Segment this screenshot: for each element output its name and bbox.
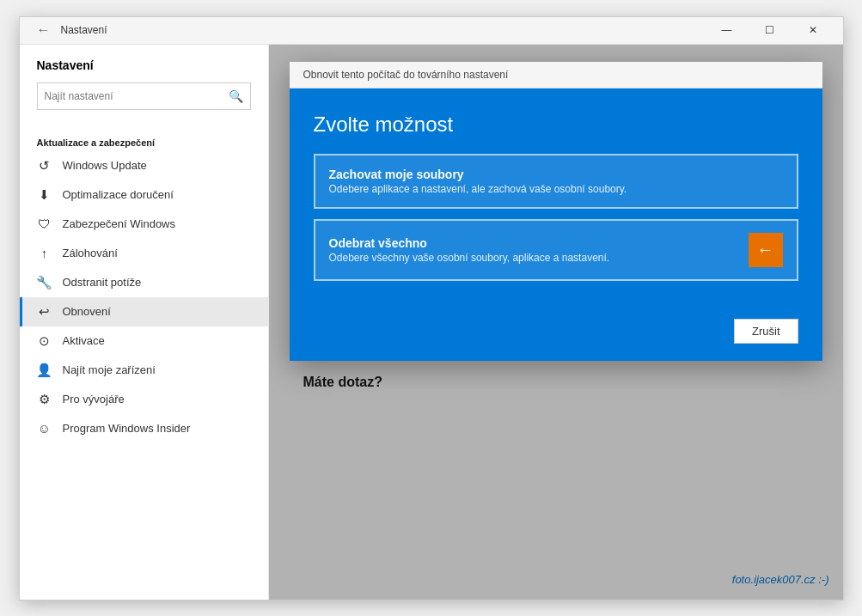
sidebar-item-odstranit[interactable]: 🔧 Odstranit potíže [20,268,268,297]
sidebar: Nastavení 🔍 Aktualizace a zabezpečení ↺ … [20,45,269,600]
sidebar-item-label: Odstranit potíže [63,276,142,289]
dialog-body: Zvolte možnost Zachovat moje soubory Ode… [290,88,822,312]
najit-icon: 👤 [37,363,52,378]
sidebar-item-najit[interactable]: 👤 Najít moje zařízení [20,356,268,385]
settings-window: ← Nastavení — ☐ ✕ Nastavení 🔍 Aktualizac… [19,16,844,601]
sidebar-item-label: Pro vývojáře [63,393,125,406]
keep-files-title: Zachovat moje soubory [329,168,783,181]
window-controls: — ☐ ✕ [707,16,833,44]
option-btn-row: Odebrat všechno Odebere všechny vaše oso… [329,233,783,267]
sidebar-item-label: Optimalizace doručení [63,188,174,201]
keep-files-button[interactable]: Zachovat moje soubory Odebere aplikace a… [314,154,798,209]
dialog-footer: Zrušit [290,312,822,361]
sidebar-item-label: Windows Update [63,159,147,172]
insider-icon: ☺ [37,421,52,436]
orange-arrow-indicator: ← [749,233,783,267]
sidebar-item-label: Obnovení [63,305,111,318]
sidebar-item-pro-vyvojare[interactable]: ⚙ Pro vývojáře [20,385,268,414]
remove-everything-button[interactable]: Odebrat všechno Odebere všechny vaše oso… [314,219,798,281]
titlebar: ← Nastavení — ☐ ✕ [20,17,843,45]
arrow-left-icon: ← [757,240,774,259]
sidebar-item-zalohovani[interactable]: ↑ Zálohování [20,239,268,268]
search-input[interactable] [45,90,229,102]
sidebar-item-insider[interactable]: ☺ Program Windows Insider [20,414,268,443]
close-button[interactable]: ✕ [793,16,833,44]
sidebar-item-optimalizace[interactable]: ⬇ Optimalizace doručení [20,180,268,210]
sidebar-item-label: Najít moje zařízení [63,363,156,376]
remove-everything-text: Odebrat všechno Odebere všechny vaše oso… [329,236,738,264]
sidebar-item-label: Zálohování [63,247,118,259]
sidebar-item-obnoveni[interactable]: ↩ Obnovení [20,297,268,326]
sidebar-item-label: Program Windows Insider [63,422,191,435]
odstranit-icon: 🔧 [37,275,52,290]
minimize-button[interactable]: — [707,16,747,44]
sidebar-app-title: Nastavení [37,58,251,72]
obnoveni-icon: ↩ [37,304,52,320]
sidebar-section-label: Aktualizace a zabezpečení [20,131,268,151]
sidebar-item-label: Aktivace [63,334,105,347]
sidebar-item-zabezpeceni[interactable]: 🛡 Zabezpečení Windows [20,210,268,239]
dialog-titlebar: Obnovit tento počítač do továrního nasta… [290,62,822,88]
sidebar-header: Nastavení 🔍 [20,45,268,131]
remove-everything-title: Odebrat všechno [329,236,738,250]
sidebar-item-label: Zabezpečení Windows [63,217,176,230]
keep-files-desc: Odebere aplikace a nastavení, ale zachov… [329,183,783,195]
zalohovani-icon: ↑ [37,246,52,261]
pro-vyvojare-icon: ⚙ [37,392,52,407]
main-content: Obnovení Obnovit počítač do továrního na… [269,45,843,600]
window-title: Nastavení [61,24,707,36]
aktivace-icon: ⊙ [37,333,52,349]
search-box: 🔍 [37,82,251,110]
zabezpeceni-icon: 🛡 [37,217,52,232]
reset-dialog: Obnovit tento počítač do továrního nasta… [290,62,822,361]
dialog-heading: Zvolte možnost [314,113,798,137]
sidebar-item-aktivace[interactable]: ⊙ Aktivace [20,326,268,356]
back-button[interactable]: ← [30,16,58,44]
content-area: Nastavení 🔍 Aktualizace a zabezpečení ↺ … [20,45,843,600]
sidebar-item-windows-update[interactable]: ↺ Windows Update [20,151,268,180]
optimalizace-icon: ⬇ [37,187,52,203]
search-icon[interactable]: 🔍 [229,89,243,103]
remove-everything-desc: Odebere všechny vaše osobní soubory, apl… [329,252,738,264]
cancel-button[interactable]: Zrušit [734,319,798,344]
windows-update-icon: ↺ [37,158,52,174]
dialog-overlay: Obnovit tento počítač do továrního nasta… [269,45,843,600]
maximize-button[interactable]: ☐ [750,16,790,44]
